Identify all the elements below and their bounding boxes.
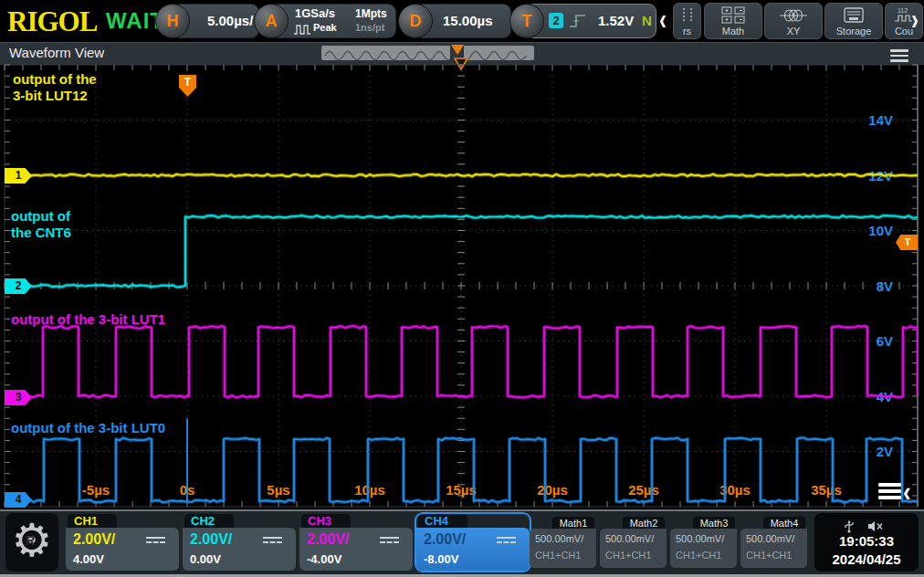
channel-card-ch3[interactable]: CH3 2.00V/ -4.00V <box>299 514 413 571</box>
math-scale: 500.00mV/ <box>535 533 583 544</box>
channel-card-ch1[interactable]: CH1 2.00V/ 4.00V <box>66 514 179 571</box>
dc-coupling-icon <box>380 537 399 546</box>
math-name: Math1 <box>552 517 594 530</box>
math-scale: 500.00mV/ <box>605 533 654 544</box>
hamburger-icon <box>878 480 901 502</box>
math-expression: CH1+CH1 <box>535 550 581 561</box>
clock-panel[interactable]: 19:05:33 2024/04/25 <box>814 513 919 572</box>
math-name: Math4 <box>763 517 805 530</box>
gear-r-letter: R <box>26 533 35 548</box>
channel-card-body: 2.00V/ -8.00V <box>416 528 530 571</box>
math-expression: CH1+CH1 <box>605 550 651 561</box>
math-expression: CH1+CH1 <box>746 550 792 561</box>
clock-date: 2024/04/25 <box>814 551 919 567</box>
math-name: Math2 <box>623 517 665 530</box>
dc-coupling-icon <box>263 537 282 546</box>
channel-card-ch2[interactable]: CH2 2.00V/ 0.00V <box>183 514 296 571</box>
channel-scale: 2.00V/ <box>424 531 466 548</box>
dc-coupling-icon <box>146 537 165 546</box>
math-scale: 500.00mV/ <box>676 533 724 544</box>
channel-name: CH3 <box>301 514 351 529</box>
grid-menu-button[interactable]: ‹ <box>878 480 911 502</box>
channel-offset: 4.00V <box>73 552 104 566</box>
collapse-left-icon: ‹ <box>903 478 911 505</box>
waveform-plot <box>0 0 924 577</box>
channel-card-body: 2.00V/ -4.00V <box>299 528 413 571</box>
usb-icon <box>842 519 856 533</box>
channel-scale: 2.00V/ <box>190 531 232 548</box>
channel-name: CH1 <box>68 514 117 529</box>
channel-scale: 2.00V/ <box>73 531 115 548</box>
channel-name: CH2 <box>184 514 234 529</box>
channel-card-body: 2.00V/ 0.00V <box>183 528 296 571</box>
oscilloscope-screen: RIGOL WAIT 5.00µs/ H 1GSa/s Peak 1Mpts 1… <box>0 0 924 577</box>
math-card-3[interactable]: Math3 500.00mV/ CH1+CH1 <box>670 517 737 568</box>
channel-offset: 0.00V <box>190 552 221 566</box>
channel-offset: -8.00V <box>424 552 458 566</box>
math-card-body: 500.00mV/ CH1+CH1 <box>740 529 807 568</box>
channel-offset: -4.00V <box>307 552 341 566</box>
math-card-body: 500.00mV/ CH1+CH1 <box>600 529 667 568</box>
math-card-2[interactable]: Math2 500.00mV/ CH1+CH1 <box>600 517 667 568</box>
channel-scale: 2.00V/ <box>307 531 349 548</box>
channel-card-body: 2.00V/ 4.00V <box>66 528 179 571</box>
clock-time: 19:05:33 <box>814 533 919 549</box>
channel-card-ch4[interactable]: CH4 2.00V/ -8.00V <box>416 514 530 571</box>
channel-name: CH4 <box>418 514 467 529</box>
math-card-4[interactable]: Math4 500.00mV/ CH1+CH1 <box>740 517 807 568</box>
math-name: Math3 <box>693 517 735 530</box>
dc-coupling-icon <box>497 537 516 546</box>
math-scale: 500.00mV/ <box>746 533 794 544</box>
math-card-body: 500.00mV/ CH1+CH1 <box>530 529 596 568</box>
math-expression: CH1+CH1 <box>676 550 721 561</box>
math-card-1[interactable]: Math1 500.00mV/ CH1+CH1 <box>530 517 596 568</box>
speaker-muted-icon <box>867 520 884 532</box>
rigol-gear-button[interactable]: ⚙ R <box>5 513 58 572</box>
math-card-body: 500.00mV/ CH1+CH1 <box>670 529 737 568</box>
